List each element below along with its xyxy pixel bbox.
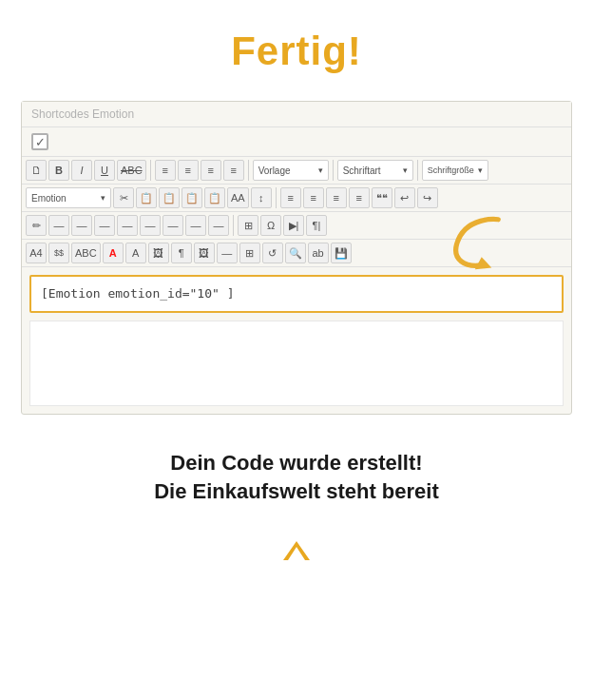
align-left-btn[interactable]: ≡ [155,160,176,181]
svg-marker-1 [283,541,310,560]
spell-btn[interactable]: ab [308,243,329,263]
italic-btn[interactable]: I [71,160,92,181]
indent-btn[interactable]: ≡ [326,187,347,208]
fonta-btn[interactable]: A [103,243,124,263]
hr6-btn[interactable]: — [163,215,183,236]
search-btn[interactable]: 🔍 [285,243,306,263]
separator [233,215,234,236]
align-center-btn[interactable]: ≡ [178,160,199,181]
hr9-btn[interactable]: — [217,243,238,263]
separator [248,160,249,181]
grid-btn[interactable]: ⊞ [239,243,260,263]
toolbar-row-4: A4 $$ ABC A A 🖼 ¶ 🖼 — ⊞ ↺ 🔍 ab 💾 [22,240,571,267]
hr1-btn[interactable]: — [48,215,69,236]
paste3-btn[interactable]: 📋 [204,187,225,208]
editor-mockup: Shortcodes Emotion ✓ 🗋 B I U ABC ≡ ≡ ≡ ≡… [21,101,572,415]
paste2-btn[interactable]: 📋 [182,187,202,208]
vorlage-dropdown[interactable]: Vorlage [253,160,329,181]
save-btn[interactable]: 💾 [331,243,352,263]
editor-checkbox[interactable]: ✓ [31,133,48,150]
copy-btn[interactable]: 📋 [136,187,157,208]
emotion-dropdown[interactable]: Emotion [26,187,111,208]
outdent-btn[interactable]: ≡ [349,187,370,208]
list-btn[interactable]: ≡ [280,187,301,208]
hr7-btn[interactable]: — [185,215,206,236]
sort-btn[interactable]: ↕ [251,187,272,208]
dollar-btn[interactable]: $$ [48,243,69,263]
quote-btn[interactable]: ❝❝ [372,187,392,208]
separator [150,160,151,181]
separator [276,187,277,208]
schriftart-dropdown[interactable]: Schriftart [337,160,413,181]
cut-btn[interactable]: ✂ [113,187,134,208]
strikethrough-btn[interactable]: ABC [117,160,146,181]
a4-btn[interactable]: A4 [26,243,47,263]
toolbar-row-2: Emotion ✂ 📋 📋 📋 📋 AA ↕ ≡ ≡ ≡ ≡ ❝❝ ↩ ↪ [22,185,571,212]
editor-title-bar: Shortcodes Emotion [22,102,571,127]
omega-btn[interactable]: Ω [260,215,281,236]
find-btn[interactable]: AA [227,187,249,208]
schriftgrosse-dropdown[interactable]: Schriftgröße [422,160,488,181]
align-justify-btn[interactable]: ≡ [223,160,244,181]
separator [333,160,334,181]
abc2-btn[interactable]: ABC [71,243,101,263]
undo-btn[interactable]: ↩ [394,187,415,208]
embed-btn[interactable]: 🖼 [194,243,215,263]
para-btn[interactable]: ¶| [306,215,327,236]
hr5-btn[interactable]: — [140,215,161,236]
editor-checkbox-row: ✓ [22,127,571,157]
toolbar-row-1: 🗋 B I U ABC ≡ ≡ ≡ ≡ Vorlage Schriftart S… [22,157,571,185]
underline-btn[interactable]: U [94,160,115,181]
image-btn[interactable]: 🖼 [148,243,169,263]
rotate-btn[interactable]: ↺ [262,243,283,263]
edit-btn[interactable]: ✏ [26,215,47,236]
para2-btn[interactable]: ¶ [171,243,192,263]
paste-btn[interactable]: 📋 [159,187,180,208]
footer-line-2: Die Einkaufswelt steht bereit [154,477,439,506]
toolbar-row-3: ✏ — — — — — — — — ⊞ Ω ▶| ¶| [22,212,571,240]
fonta2-btn[interactable]: A [125,243,146,263]
align-right-btn[interactable]: ≡ [201,160,221,181]
hr8-btn[interactable]: — [208,215,229,236]
hr2-btn[interactable]: — [71,215,92,236]
hr4-btn[interactable]: — [117,215,138,236]
media-btn[interactable]: ▶| [283,215,304,236]
redo-btn[interactable]: ↪ [417,187,438,208]
lynx-logo [281,534,312,564]
table-btn[interactable]: ⊞ [238,215,258,236]
footer-text: Dein Code wurde erstellt! Die Einkaufswe… [154,449,439,505]
page-btn[interactable]: 🗋 [26,160,47,181]
bold-btn[interactable]: B [48,160,69,181]
editor-content-area[interactable] [29,321,564,406]
list2-btn[interactable]: ≡ [303,187,324,208]
footer-line-1: Dein Code wurde erstellt! [154,449,439,477]
page-title: Fertig! [231,29,362,74]
separator [417,160,418,181]
hr3-btn[interactable]: — [94,215,115,236]
shortcode-display: [Emotion emotion_id="10" ] [29,275,564,313]
